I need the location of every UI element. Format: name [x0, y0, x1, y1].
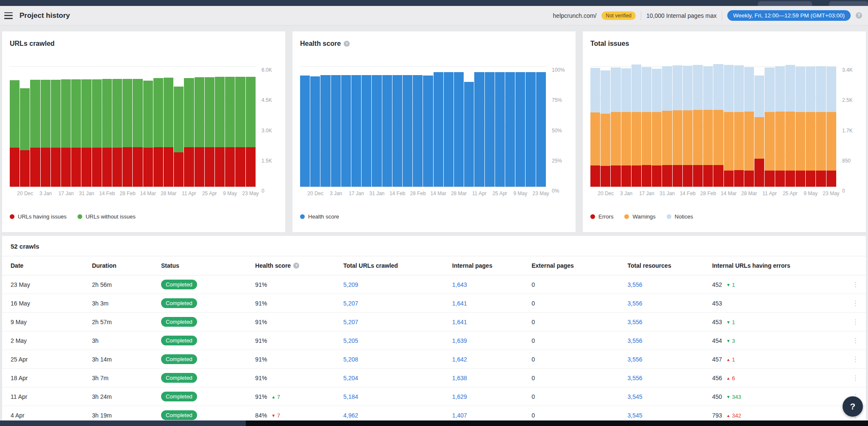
- total-resources-link[interactable]: 3,556: [627, 337, 642, 344]
- bar[interactable]: [796, 66, 805, 187]
- bar[interactable]: [413, 66, 423, 187]
- bar[interactable]: [536, 66, 546, 187]
- bar[interactable]: [611, 66, 620, 187]
- bar[interactable]: [122, 66, 132, 187]
- bar[interactable]: [724, 66, 734, 187]
- bar[interactable]: [464, 66, 474, 187]
- internal-pages-link[interactable]: 1,642: [452, 356, 467, 363]
- bar[interactable]: [434, 66, 443, 187]
- internal-pages-link[interactable]: 1,641: [452, 319, 467, 325]
- bar[interactable]: [806, 66, 815, 187]
- legend-item[interactable]: Warnings: [624, 213, 655, 220]
- legend-item[interactable]: URLs having issues: [10, 213, 67, 220]
- bar[interactable]: [495, 66, 505, 187]
- total-urls-link[interactable]: 5,207: [343, 319, 358, 325]
- bar[interactable]: [642, 66, 651, 187]
- bar[interactable]: [143, 66, 153, 187]
- bar[interactable]: [310, 66, 320, 187]
- total-resources-link[interactable]: 3,556: [627, 300, 642, 307]
- bar[interactable]: [601, 66, 610, 187]
- bar[interactable]: [785, 66, 795, 187]
- bar[interactable]: [515, 66, 525, 187]
- bar[interactable]: [621, 66, 631, 187]
- menu-icon[interactable]: [4, 12, 13, 19]
- browser-tab[interactable]: [829, 1, 868, 6]
- total-resources-link[interactable]: 3,545: [627, 393, 642, 400]
- bar[interactable]: [81, 66, 91, 187]
- bar[interactable]: [372, 66, 381, 187]
- bar[interactable]: [71, 66, 81, 187]
- help-icon[interactable]: ?: [856, 12, 862, 19]
- internal-pages-link[interactable]: 1,638: [452, 375, 467, 381]
- support-help-fab[interactable]: ?: [843, 396, 863, 417]
- bar[interactable]: [662, 66, 672, 187]
- internal-pages-link[interactable]: 1,643: [452, 281, 467, 288]
- total-urls-link[interactable]: 5,207: [343, 300, 358, 307]
- total-urls-link[interactable]: 5,184: [343, 393, 358, 400]
- bar[interactable]: [454, 66, 464, 187]
- bar[interactable]: [133, 66, 142, 187]
- legend-item[interactable]: Errors: [590, 213, 613, 220]
- bar[interactable]: [474, 66, 484, 187]
- bar[interactable]: [341, 66, 351, 187]
- bar[interactable]: [713, 66, 723, 187]
- bar[interactable]: [153, 66, 163, 187]
- bar[interactable]: [174, 66, 184, 187]
- legend-item[interactable]: Notices: [667, 213, 693, 220]
- bar[interactable]: [693, 66, 703, 187]
- internal-pages-link[interactable]: 1,407: [452, 412, 467, 419]
- bar[interactable]: [61, 66, 71, 187]
- legend-item[interactable]: URLs without issues: [78, 213, 136, 220]
- total-urls-link[interactable]: 5,205: [343, 337, 358, 344]
- bar[interactable]: [331, 66, 341, 187]
- bar[interactable]: [382, 66, 392, 187]
- bar[interactable]: [590, 66, 600, 187]
- row-menu-kebab-icon[interactable]: ⋮: [849, 313, 866, 331]
- bar[interactable]: [320, 66, 330, 187]
- total-urls-link[interactable]: 5,208: [343, 356, 358, 363]
- total-resources-link[interactable]: 3,556: [627, 319, 642, 325]
- bar[interactable]: [754, 66, 764, 187]
- bar[interactable]: [102, 66, 112, 187]
- bar[interactable]: [246, 66, 256, 187]
- bar[interactable]: [734, 66, 744, 187]
- bar[interactable]: [816, 66, 826, 187]
- legend-item[interactable]: Health score: [300, 213, 339, 220]
- bar[interactable]: [392, 66, 402, 187]
- total-urls-link[interactable]: 4,962: [343, 412, 358, 419]
- row-menu-kebab-icon[interactable]: ⋮: [849, 350, 866, 369]
- horizontal-scrollbar[interactable]: [0, 420, 868, 426]
- total-resources-link[interactable]: 3,545: [627, 412, 642, 419]
- bar[interactable]: [184, 66, 194, 187]
- bar[interactable]: [485, 66, 495, 187]
- bar[interactable]: [225, 66, 235, 187]
- bar[interactable]: [505, 66, 515, 187]
- total-resources-link[interactable]: 3,556: [627, 375, 642, 381]
- bar[interactable]: [30, 66, 40, 187]
- bar[interactable]: [51, 66, 61, 187]
- bar[interactable]: [444, 66, 453, 187]
- internal-pages-link[interactable]: 1,641: [452, 300, 467, 307]
- browser-tab[interactable]: [758, 1, 812, 6]
- total-urls-link[interactable]: 5,209: [343, 281, 358, 288]
- bar[interactable]: [362, 66, 371, 187]
- bar[interactable]: [351, 66, 361, 187]
- bar[interactable]: [765, 66, 774, 187]
- bar[interactable]: [775, 66, 785, 187]
- bar[interactable]: [632, 66, 641, 187]
- bar[interactable]: [92, 66, 102, 187]
- help-icon[interactable]: ?: [344, 41, 350, 47]
- bar[interactable]: [423, 66, 433, 187]
- bar[interactable]: [703, 66, 713, 187]
- bar[interactable]: [41, 66, 50, 187]
- bar[interactable]: [195, 66, 204, 187]
- bar[interactable]: [112, 66, 122, 187]
- total-urls-link[interactable]: 5,204: [343, 375, 358, 381]
- row-menu-kebab-icon[interactable]: ⋮: [849, 369, 866, 387]
- bar[interactable]: [215, 66, 225, 187]
- internal-pages-link[interactable]: 1,629: [452, 393, 467, 400]
- scrollbar-thumb[interactable]: [246, 420, 868, 426]
- bar[interactable]: [683, 66, 693, 187]
- bar[interactable]: [235, 66, 245, 187]
- row-menu-kebab-icon[interactable]: ⋮: [849, 294, 866, 313]
